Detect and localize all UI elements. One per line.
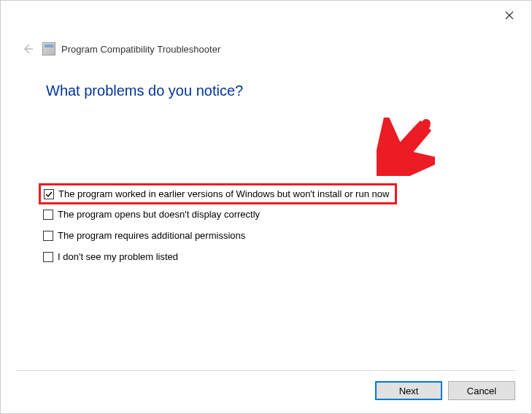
option-item[interactable]: The program requires additional permissi… bbox=[43, 229, 397, 242]
page-heading: What problems do you notice? bbox=[46, 83, 243, 99]
option-label: I don't see my problem listed bbox=[58, 251, 178, 262]
window-title: Program Compatibility Troubleshooter bbox=[61, 44, 220, 55]
next-button[interactable]: Next bbox=[375, 381, 442, 400]
back-button[interactable] bbox=[19, 40, 36, 58]
checkbox-option-4[interactable] bbox=[43, 252, 53, 262]
option-item-highlighted[interactable]: The program worked in earlier versions o… bbox=[39, 183, 397, 204]
annotation-arrow-icon bbox=[377, 118, 435, 176]
option-item[interactable]: The program opens but doesn't display co… bbox=[43, 207, 397, 221]
svg-line-5 bbox=[393, 123, 426, 161]
back-arrow-icon bbox=[22, 43, 34, 55]
option-label: The program opens but doesn't display co… bbox=[58, 209, 260, 220]
options-list: The program worked in earlier versions o… bbox=[43, 188, 397, 271]
header: Program Compatibility Troubleshooter bbox=[19, 40, 220, 58]
close-button[interactable] bbox=[498, 7, 521, 24]
option-label: The program worked in earlier versions o… bbox=[58, 188, 389, 199]
cancel-button[interactable]: Cancel bbox=[448, 381, 515, 400]
close-icon bbox=[505, 11, 514, 20]
button-bar: Next Cancel bbox=[375, 381, 515, 400]
troubleshooter-icon bbox=[42, 42, 55, 55]
option-item[interactable]: I don't see my problem listed bbox=[43, 250, 397, 264]
checkbox-option-3[interactable] bbox=[43, 231, 53, 241]
separator bbox=[15, 370, 517, 371]
checkbox-option-2[interactable] bbox=[43, 210, 53, 220]
checkmark-icon bbox=[45, 191, 53, 198]
option-label: The program requires additional permissi… bbox=[58, 230, 245, 241]
checkbox-option-1[interactable] bbox=[44, 189, 54, 199]
